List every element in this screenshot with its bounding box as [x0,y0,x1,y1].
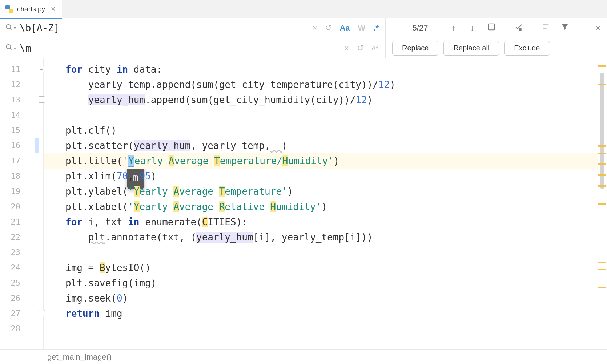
scrollbar-thumb[interactable] [600,73,604,189]
replace-row: ▾ × ↺ Aᴬ [0,38,385,58]
find-toolbar: 5/27 ↑ ↓ II × [386,18,607,38]
search-icon [4,44,14,53]
previous-match-icon[interactable]: ↑ [448,23,459,33]
line-number: 13 [0,92,20,108]
code-line[interactable] [65,321,607,336]
warning-marker[interactable] [598,65,606,67]
warning-marker[interactable] [598,84,606,85]
replace-history-dropdown-icon[interactable]: ▾ [14,46,16,51]
warning-marker[interactable] [598,174,606,176]
line-number: 15 [0,123,20,138]
replace-input[interactable] [20,43,338,54]
replace-all-button[interactable]: Replace all [443,41,499,56]
regex-toggle[interactable]: .* [373,23,379,33]
find-replace-panel: ▾ × ↺ Aa W .* ▾ × ↺ Aᴬ 5/27 [0,18,607,58]
code-line[interactable]: for city in data: [65,62,607,77]
svg-text:II: II [519,28,522,31]
svg-rect-4 [489,24,495,30]
code-line[interactable] [65,245,607,260]
code-line[interactable]: plt.scatter(yearly_hum, yearly_temp, ) [65,138,607,153]
warning-marker[interactable] [598,145,606,147]
code-line[interactable]: plt.ylabel('Yearly Average Temperature') [65,184,607,199]
line-number: 25 [0,275,20,291]
change-marker [35,138,39,153]
code-line[interactable]: for i, txt in enumerate(CITIES): [65,214,607,230]
error-stripe[interactable] [598,58,607,349]
warning-marker[interactable] [598,269,606,270]
toolbar-divider [505,22,505,34]
search-fields-column: ▾ × ↺ Aa W .* ▾ × ↺ Aᴬ [0,18,385,58]
file-tab-label: charts.py [17,5,45,13]
clear-replace-icon[interactable]: × [344,44,349,53]
search-history-dropdown-icon[interactable]: ▾ [14,25,16,31]
code-line[interactable]: plt.xlabel('Yearly Average Relative Humi… [65,199,607,214]
warning-marker[interactable] [598,262,606,263]
file-tab-strip: charts.py × [0,0,607,18]
line-number: 19 [0,184,20,199]
code-line[interactable]: plt.clf() [65,123,607,138]
warning-marker[interactable] [598,287,606,288]
select-all-occurrences-icon[interactable] [486,23,497,33]
filter-icon[interactable] [559,23,570,33]
new-selection-icon[interactable]: II [513,23,524,33]
search-actions-column: 5/27 ↑ ↓ II × Replace Replace all Exclud… [385,18,607,58]
breadcrumb-bar: get_main_image() [0,349,607,364]
file-tab-charts[interactable]: charts.py × [0,0,62,18]
find-settings-icon[interactable] [540,23,551,33]
code-line[interactable]: plt.savefig(img) [65,275,607,291]
line-number: 22 [0,230,20,245]
svg-point-0 [7,24,11,29]
line-number: 18 [0,169,20,184]
match-case-toggle[interactable]: Aa [339,23,350,33]
breadcrumb-function[interactable]: get_main_image() [47,352,112,362]
clear-find-icon[interactable]: × [313,23,317,33]
code-line[interactable]: plt.xlim(70, 95) [65,169,607,184]
line-number: 17 [0,153,20,169]
find-row: ▾ × ↺ Aa W .* [0,18,385,38]
warning-marker[interactable] [598,153,606,154]
code-editor[interactable]: 111213141516171819202122232425262728––– … [0,58,607,349]
line-number: 20 [0,199,20,214]
code-line[interactable]: return img [65,306,607,321]
svg-line-3 [10,48,12,50]
close-find-panel-icon[interactable]: × [595,23,600,33]
replace-buttons: Replace Replace all Exclude [386,38,607,58]
match-counter: 5/27 [400,23,440,33]
warning-marker[interactable] [598,163,606,165]
code-line[interactable] [65,108,607,123]
line-number: 12 [0,77,20,92]
line-number-gutter: 111213141516171819202122232425262728––– [0,58,44,349]
close-tab-icon[interactable]: × [51,5,55,13]
svg-line-1 [10,28,12,29]
line-number: 24 [0,260,20,275]
code-line[interactable]: yearly_temp.append(sum(get_city_temperat… [65,77,607,92]
whole-words-toggle[interactable]: W [358,23,366,33]
line-number: 16 [0,138,20,153]
python-file-icon [5,5,13,13]
code-line[interactable]: plt.title('Yearly Average Temperature/Hu… [44,153,607,169]
line-number: 23 [0,245,20,260]
preserve-case-icon[interactable]: Aᴬ [371,44,379,52]
line-number: 11 [0,62,20,77]
warning-marker[interactable] [598,185,606,187]
warning-marker[interactable] [598,203,606,205]
exclude-button[interactable]: Exclude [504,41,550,56]
code-line[interactable]: img.seek(0) [65,291,607,306]
replace-history-icon[interactable]: ↺ [357,44,363,53]
line-number: 26 [0,291,20,306]
line-number: 14 [0,108,20,123]
find-input[interactable] [20,23,306,33]
line-number: 21 [0,214,20,230]
code-line[interactable]: plt.annotate(txt, (yearly_hum[i], yearly… [65,230,607,245]
search-icon [4,24,14,33]
code-line[interactable]: img = BytesIO() [65,260,607,275]
code-area[interactable]: m for city in data: yearly_temp.append(s… [44,58,607,349]
line-number: 27 [0,306,20,321]
next-match-icon[interactable]: ↓ [467,23,478,33]
toolbar-divider [532,22,532,34]
code-line[interactable]: yearly_hum.append(sum(get_city_humidity(… [65,92,607,108]
line-number: 28 [0,321,20,336]
svg-point-2 [7,45,11,49]
replace-button[interactable]: Replace [392,41,438,56]
find-history-icon[interactable]: ↺ [325,23,331,33]
